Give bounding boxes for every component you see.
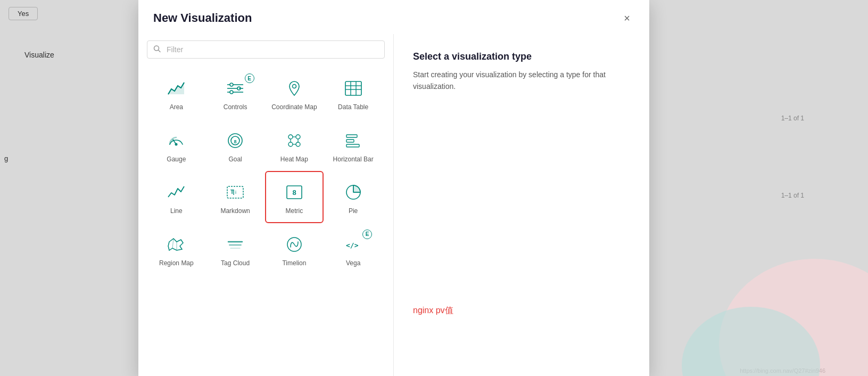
- viz-item-data-table[interactable]: Data Table: [324, 67, 383, 119]
- viz-label-heat-map: Heat Map: [280, 156, 308, 164]
- svg-point-26: [296, 135, 300, 139]
- viz-icon-controls: [224, 77, 247, 100]
- new-visualization-modal: New Visualization × AreaE: [138, 0, 649, 376]
- viz-item-region-map[interactable]: Region Map: [147, 223, 206, 275]
- filter-wrap: [147, 40, 385, 59]
- viz-item-metric[interactable]: 8 Metric: [265, 171, 324, 223]
- svg-rect-35: [346, 144, 359, 147]
- svg-rect-34: [346, 140, 354, 142]
- viz-item-pie[interactable]: Pie: [324, 171, 383, 223]
- left-panel: AreaE Controls Coordinate Map Data Table…: [138, 34, 394, 376]
- viz-grid: AreaE Controls Coordinate Map Data Table…: [147, 67, 385, 370]
- viz-label-region-map: Region Map: [159, 259, 194, 268]
- svg-text:i: i: [235, 190, 236, 195]
- viz-badge-vega: E: [362, 230, 372, 239]
- modal-close-button[interactable]: ×: [619, 11, 634, 26]
- svg-text:8: 8: [292, 189, 296, 197]
- viz-label-horizontal-bar: Horizontal Bar: [333, 156, 374, 164]
- modal-title: New Visualization: [153, 11, 252, 25]
- right-panel: Select a visualization type Start creati…: [394, 34, 649, 376]
- viz-icon-coordinate-map: [283, 77, 306, 100]
- viz-icon-pie: [342, 181, 365, 204]
- viz-icon-markdown: T i: [224, 181, 247, 204]
- viz-icon-goal: 8: [224, 129, 247, 152]
- svg-point-14: [292, 85, 296, 88]
- svg-point-6: [230, 91, 233, 94]
- viz-icon-timelion: [283, 233, 306, 256]
- viz-icon-tag-cloud: [224, 233, 247, 256]
- viz-badge-controls: E: [245, 73, 254, 83]
- viz-icon-data-table: [342, 77, 365, 100]
- viz-label-tag-cloud: Tag Cloud: [221, 259, 250, 268]
- viz-item-area[interactable]: Area: [147, 67, 206, 119]
- viz-item-tag-cloud[interactable]: Tag Cloud: [206, 223, 265, 275]
- viz-item-line[interactable]: Line: [147, 171, 206, 223]
- viz-item-horizontal-bar[interactable]: Horizontal Bar: [324, 119, 383, 171]
- viz-icon-gauge: [164, 129, 188, 152]
- viz-label-markdown: Markdown: [220, 207, 250, 216]
- svg-rect-33: [346, 135, 357, 137]
- svg-text:</>: </>: [346, 241, 359, 249]
- filter-search-icon: [153, 45, 161, 54]
- viz-label-goal: Goal: [228, 156, 242, 164]
- svg-point-5: [230, 83, 233, 86]
- filter-input[interactable]: [147, 40, 385, 59]
- viz-item-coordinate-map[interactable]: Coordinate Map: [265, 67, 324, 119]
- viz-label-timelion: Timelion: [282, 259, 306, 268]
- svg-point-27: [288, 142, 293, 146]
- viz-label-coordinate-map: Coordinate Map: [271, 103, 317, 112]
- svg-point-21: [175, 143, 178, 145]
- viz-label-pie: Pie: [349, 207, 358, 216]
- viz-label-data-table: Data Table: [338, 103, 368, 112]
- viz-icon-region-map: [164, 233, 188, 256]
- nginx-text: nginx pv值: [413, 305, 630, 316]
- viz-item-vega[interactable]: E </> Vega: [324, 223, 383, 275]
- viz-item-controls[interactable]: E Controls: [206, 67, 265, 119]
- viz-label-gauge: Gauge: [167, 156, 186, 164]
- svg-text:8: 8: [234, 139, 237, 144]
- viz-item-timelion[interactable]: Timelion: [265, 223, 324, 275]
- viz-icon-metric: 8: [283, 181, 306, 204]
- viz-icon-heat-map: [283, 129, 306, 152]
- viz-label-area: Area: [170, 103, 183, 112]
- viz-label-metric: Metric: [286, 207, 303, 216]
- svg-point-28: [296, 142, 300, 146]
- svg-point-25: [288, 135, 293, 139]
- svg-line-44: [172, 239, 173, 248]
- viz-icon-area: [164, 77, 188, 100]
- viz-icon-horizontal-bar: [342, 129, 365, 152]
- viz-label-controls: Controls: [224, 103, 247, 112]
- right-panel-desc: Start creating your visualization by sel…: [413, 69, 630, 93]
- viz-item-gauge[interactable]: Gauge: [147, 119, 206, 171]
- modal-header: New Visualization ×: [138, 0, 649, 34]
- viz-icon-vega: </>: [342, 233, 365, 256]
- viz-label-vega: Vega: [346, 259, 360, 268]
- viz-item-heat-map[interactable]: Heat Map: [265, 119, 324, 171]
- right-panel-title: Select a visualization type: [413, 51, 630, 62]
- svg-line-3: [159, 50, 161, 52]
- viz-item-goal[interactable]: 8 Goal: [206, 119, 265, 171]
- svg-rect-15: [345, 81, 361, 95]
- svg-text:T: T: [230, 189, 234, 195]
- viz-icon-line: [164, 181, 188, 204]
- modal-body: AreaE Controls Coordinate Map Data Table…: [138, 34, 649, 376]
- decorative-shapes: [666, 227, 868, 376]
- viz-item-markdown[interactable]: T i Markdown: [206, 171, 265, 223]
- viz-label-line: Line: [170, 207, 183, 216]
